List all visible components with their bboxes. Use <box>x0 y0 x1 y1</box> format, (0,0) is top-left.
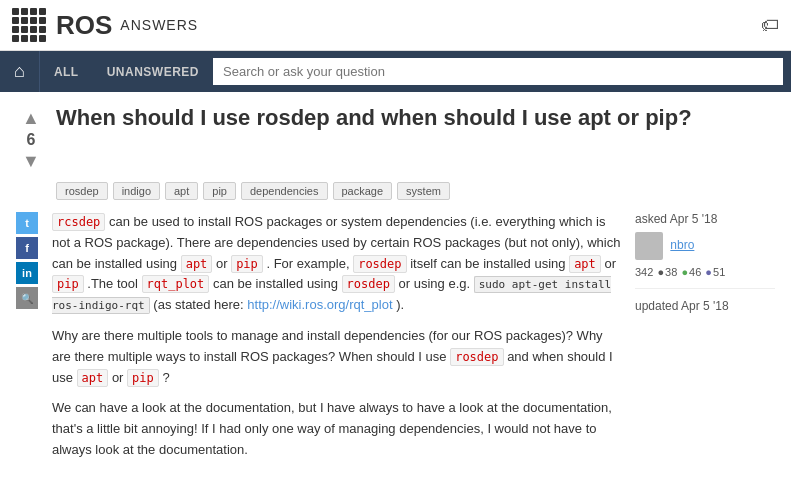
updated-meta: updated Apr 5 '18 <box>635 299 775 313</box>
asked-date: Apr 5 '18 <box>670 212 718 226</box>
ros-dots-icon <box>12 8 46 42</box>
vote-box: ▲ 6 ▼ <box>16 104 46 172</box>
nav-bar: ⌂ ALL UNANSWERED <box>0 51 791 92</box>
stat-rep: 342 <box>635 266 653 278</box>
question-text: rcsdep can be used to install ROS packag… <box>52 212 623 471</box>
code-apt3: apt <box>77 369 109 387</box>
para1: rcsdep can be used to install ROS packag… <box>52 212 623 316</box>
page-content: ▲ 6 ▼ When should I use rosdep and when … <box>0 92 791 483</box>
stat-gold: 38 <box>665 266 677 278</box>
para1-orusing: or using e.g. <box>399 276 474 291</box>
search-container <box>213 58 783 85</box>
updated-date: Apr 5 '18 <box>681 299 729 313</box>
user-stats: 342 ●38 ●46 ●51 <box>635 266 775 278</box>
para1-or1: or <box>216 256 231 271</box>
vote-down-button[interactable]: ▼ <box>22 151 40 172</box>
tags-container: rosdep indigo apt pip dependencies packa… <box>16 182 775 200</box>
code-apt2: apt <box>569 255 601 273</box>
unanswered-nav-button[interactable]: UNANSWERED <box>93 55 213 89</box>
code-rosdep3: rosdep <box>450 348 503 366</box>
ros-text: ROS <box>56 10 112 41</box>
para1-end: ). <box>396 297 404 312</box>
linkedin-share-button[interactable]: in <box>16 262 38 284</box>
meta-divider <box>635 288 775 289</box>
para3: We can have a look at the documentation,… <box>52 398 623 460</box>
vote-count: 6 <box>27 131 36 149</box>
social-bar: t f in 🔍 <box>16 212 38 471</box>
user-meta: nbro <box>635 232 775 260</box>
para1-stated: (as stated here: <box>153 297 247 312</box>
stat-dot3: ● <box>705 266 712 278</box>
asked-meta: asked Apr 5 '18 <box>635 212 775 226</box>
stat-dot2: ● <box>681 266 688 278</box>
code-rosdep1: rosdep <box>353 255 406 273</box>
para1-text3: .The tool <box>87 276 141 291</box>
stat-dot1: ● <box>657 266 664 278</box>
para1-text2: . For example, <box>266 256 353 271</box>
para2-end: ? <box>162 370 169 385</box>
para1-text4: can be installed using <box>213 276 342 291</box>
tag-rosdep[interactable]: rosdep <box>56 182 108 200</box>
ros-logo[interactable]: ROS ANSWERS <box>12 8 198 42</box>
tag-indigo[interactable]: indigo <box>113 182 160 200</box>
para2: Why are there multiple tools to manage a… <box>52 326 623 388</box>
question-content: t f in 🔍 rcsdep can be used to install R… <box>16 212 623 471</box>
tag-dependencies[interactable]: dependencies <box>241 182 328 200</box>
tag-apt[interactable]: apt <box>165 182 198 200</box>
para1-itself: itself can be installed using <box>410 256 569 271</box>
stat-bronze: 51 <box>713 266 725 278</box>
meta-sidebar: asked Apr 5 '18 nbro 342 ●38 ●46 ●51 upd… <box>635 212 775 471</box>
code-rqt-plot: rqt_plot <box>142 275 210 293</box>
user-avatar <box>635 232 663 260</box>
tag-package[interactable]: package <box>333 182 393 200</box>
question-title: When should I use rosdep and when should… <box>56 104 692 133</box>
vote-up-button[interactable]: ▲ <box>22 108 40 129</box>
tag-system[interactable]: system <box>397 182 450 200</box>
code-pip3: pip <box>127 369 159 387</box>
para2-or: or <box>112 370 127 385</box>
tag-icon: 🏷 <box>761 15 779 36</box>
question-header: ▲ 6 ▼ When should I use rosdep and when … <box>16 104 775 172</box>
facebook-share-button[interactable]: f <box>16 237 38 259</box>
stat-silver: 46 <box>689 266 701 278</box>
code-pip1: pip <box>231 255 263 273</box>
twitter-share-button[interactable]: t <box>16 212 38 234</box>
code-pip2: pip <box>52 275 84 293</box>
code-apt1: apt <box>181 255 213 273</box>
site-header: ROS ANSWERS 🏷 <box>0 0 791 51</box>
all-nav-button[interactable]: ALL <box>40 55 93 89</box>
code-rosdep2: rosdep <box>342 275 395 293</box>
home-nav-button[interactable]: ⌂ <box>0 51 40 92</box>
updated-label: updated <box>635 299 678 313</box>
asked-label: asked <box>635 212 667 226</box>
question-body: t f in 🔍 rcsdep can be used to install R… <box>16 212 775 471</box>
rqt-plot-link[interactable]: http://wiki.ros.org/rqt_plot <box>247 297 392 312</box>
code-rcsdep: rcsdep <box>52 213 105 231</box>
search-input[interactable] <box>213 58 783 85</box>
answers-text: ANSWERS <box>120 17 198 33</box>
tag-pip[interactable]: pip <box>203 182 236 200</box>
search-share-button[interactable]: 🔍 <box>16 287 38 309</box>
username-link[interactable]: nbro <box>670 238 694 252</box>
para1-or2: or <box>604 256 616 271</box>
